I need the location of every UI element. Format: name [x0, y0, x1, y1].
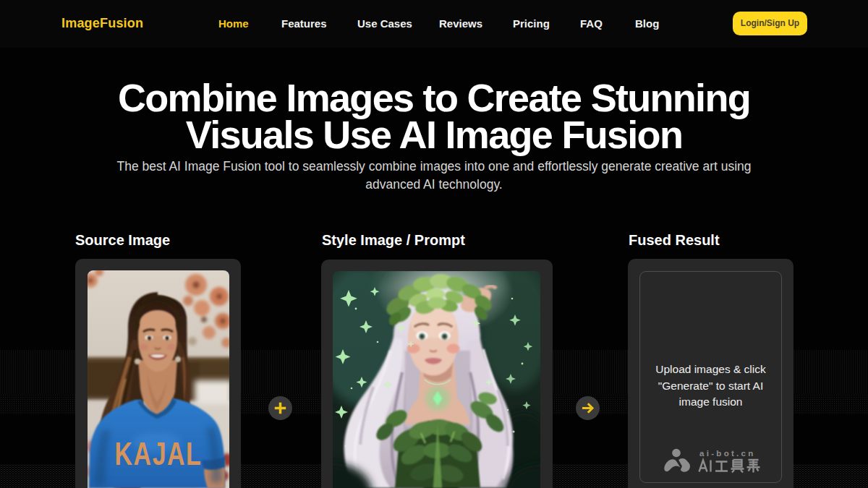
svg-text:KAJAL: KAJAL	[115, 436, 203, 471]
svg-text:ai-bot.cn: ai-bot.cn	[699, 449, 756, 458]
